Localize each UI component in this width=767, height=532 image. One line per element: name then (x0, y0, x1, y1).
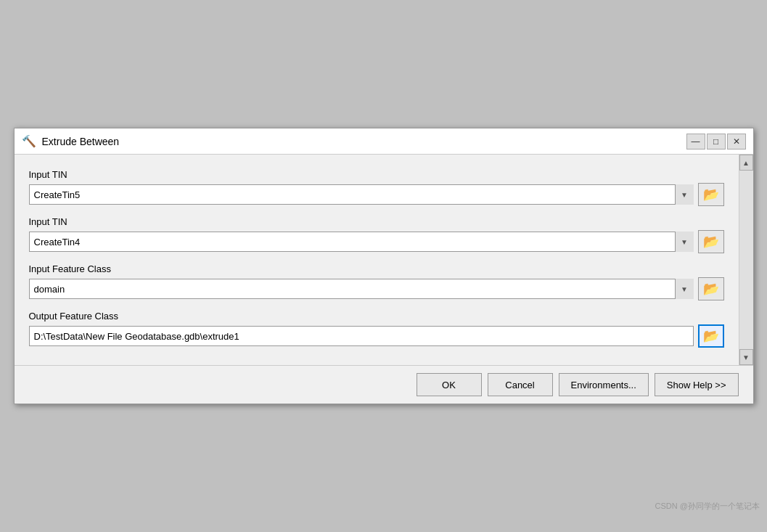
title-bar-left: 🔨 Extrude Between (22, 134, 120, 148)
dropdown-wrapper-3: domain ▼ (29, 279, 694, 299)
field-row-input-tin-2: CreateTin4 ▼ 📂 (29, 230, 724, 253)
folder-icon-4: 📂 (703, 328, 719, 344)
main-panel: Input TIN CreateTin5 ▼ 📂 Input TIN (15, 155, 739, 365)
browse-button-tin-1[interactable]: 📂 (698, 183, 724, 206)
field-group-input-tin-1: Input TIN CreateTin5 ▼ 📂 (29, 169, 724, 206)
content-area: Input TIN CreateTin5 ▼ 📂 Input TIN (15, 155, 753, 365)
main-window: 🔨 Extrude Between — □ ✕ Input TIN Create… (14, 128, 754, 404)
browse-button-output[interactable]: 📂 (698, 324, 724, 348)
field-group-output-feature-class: Output Feature Class 📂 (29, 311, 724, 348)
scroll-track (739, 171, 753, 349)
dropdown-input-tin-2[interactable]: CreateTin4 (29, 232, 694, 252)
browse-button-feature-class[interactable]: 📂 (698, 277, 724, 300)
field-row-output-feature-class: 📂 (29, 324, 724, 348)
label-input-tin-1: Input TIN (29, 169, 724, 180)
maximize-button[interactable]: □ (707, 134, 726, 150)
footer: OK Cancel Environments... Show Help >> (15, 365, 753, 404)
minimize-button[interactable]: — (686, 134, 705, 150)
dropdown-wrapper-2: CreateTin4 ▼ (29, 232, 694, 252)
cancel-button[interactable]: Cancel (488, 373, 553, 396)
label-output-feature-class: Output Feature Class (29, 311, 724, 322)
environments-button[interactable]: Environments... (559, 373, 649, 396)
field-row-feature-class: domain ▼ 📂 (29, 277, 724, 300)
title-bar-controls: — □ ✕ (686, 134, 746, 150)
scrollbar: ▲ ▼ (739, 155, 753, 365)
folder-icon-1: 📂 (703, 187, 719, 202)
label-input-feature-class: Input Feature Class (29, 263, 724, 274)
field-group-feature-class: Input Feature Class domain ▼ 📂 (29, 263, 724, 300)
watermark: CSDN @孙同学的一个笔记本 (655, 501, 760, 512)
browse-button-tin-2[interactable]: 📂 (698, 230, 724, 253)
field-group-input-tin-2: Input TIN CreateTin4 ▼ 📂 (29, 216, 724, 253)
label-input-tin-2: Input TIN (29, 216, 724, 227)
window-title: Extrude Between (42, 136, 120, 147)
field-row-input-tin-1: CreateTin5 ▼ 📂 (29, 183, 724, 206)
folder-icon-2: 📂 (703, 234, 719, 250)
dropdown-input-tin-1[interactable]: CreateTin5 (29, 184, 694, 205)
title-bar: 🔨 Extrude Between — □ ✕ (15, 128, 753, 155)
dropdown-wrapper-1: CreateTin5 ▼ (29, 184, 694, 205)
dropdown-input-feature-class[interactable]: domain (29, 279, 694, 299)
ok-button[interactable]: OK (417, 373, 482, 396)
output-feature-class-input[interactable] (29, 326, 694, 346)
folder-icon-3: 📂 (703, 281, 719, 297)
close-button[interactable]: ✕ (727, 134, 746, 150)
window-icon: 🔨 (22, 134, 36, 148)
scroll-down-button[interactable]: ▼ (739, 349, 753, 365)
show-help-button[interactable]: Show Help >> (655, 373, 739, 396)
scroll-up-button[interactable]: ▲ (739, 155, 753, 171)
